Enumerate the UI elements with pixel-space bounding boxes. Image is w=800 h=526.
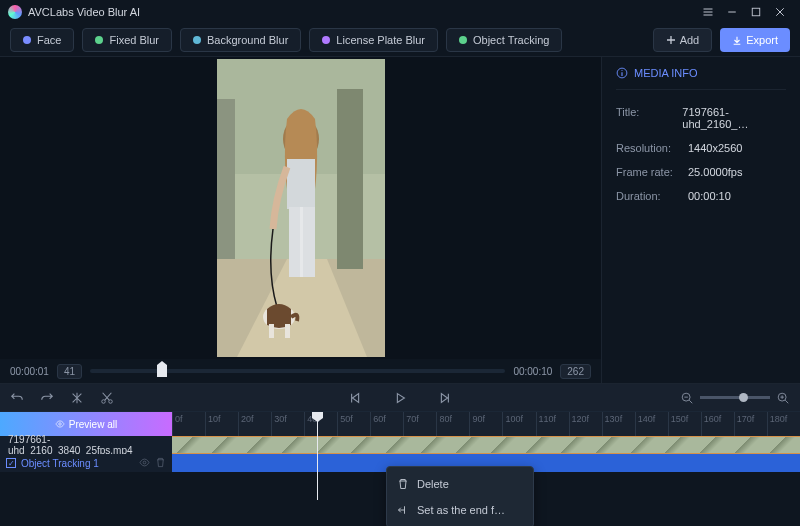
mode-face-label: Face xyxy=(37,34,61,46)
timeline-clip-track[interactable] xyxy=(172,436,800,454)
current-time: 00:00:01 xyxy=(10,366,49,377)
svg-rect-4 xyxy=(337,89,363,269)
mode-background-blur[interactable]: Background Blur xyxy=(180,28,301,52)
svg-rect-7 xyxy=(287,159,315,209)
export-button[interactable]: Export xyxy=(720,28,790,52)
track-visibility-icon[interactable] xyxy=(139,457,150,470)
mode-plate-label: License Plate Blur xyxy=(336,34,425,46)
mode-fixed-blur[interactable]: Fixed Blur xyxy=(82,28,172,52)
zoom-slider[interactable] xyxy=(700,396,770,399)
context-set-end[interactable]: Set as the end f… xyxy=(387,497,533,523)
preview-all-button[interactable]: Preview all xyxy=(0,412,172,436)
preview-all-label: Preview all xyxy=(69,419,117,430)
maximize-icon[interactable] xyxy=(744,2,768,22)
minimize-icon[interactable] xyxy=(720,2,744,22)
svg-rect-10 xyxy=(303,207,315,277)
close-icon[interactable] xyxy=(768,2,792,22)
add-label: Add xyxy=(680,34,700,46)
svg-point-15 xyxy=(102,399,106,403)
app-title: AVCLabs Video Blur AI xyxy=(28,6,140,18)
context-menu: Delete Set as the end f… xyxy=(386,466,534,526)
context-set-end-label: Set as the end f… xyxy=(417,504,505,516)
media-dur-label: Duration: xyxy=(616,190,688,202)
track-checkbox[interactable] xyxy=(6,458,16,468)
video-preview xyxy=(217,59,385,357)
zoom-in-button[interactable] xyxy=(776,391,790,405)
preview-scrubber[interactable] xyxy=(90,369,505,373)
zoom-out-button[interactable] xyxy=(680,391,694,405)
export-label: Export xyxy=(746,34,778,46)
track-clip-name[interactable]: 7197661-uhd_2160_3840_25fps.mp4 xyxy=(0,436,172,454)
media-info-panel: MEDIA INFO Title:7197661-uhd_2160_… Reso… xyxy=(602,57,800,383)
end-frame: 262 xyxy=(560,364,591,379)
track-label: Object Tracking 1 xyxy=(21,458,99,469)
menu-icon[interactable] xyxy=(696,2,720,22)
svg-point-20 xyxy=(143,461,146,464)
media-title-label: Title: xyxy=(616,106,682,130)
track-object-tracking[interactable]: Object Tracking 1 xyxy=(0,454,172,472)
svg-point-16 xyxy=(109,399,113,403)
play-button[interactable] xyxy=(393,391,407,405)
media-res-value: 1440x2560 xyxy=(688,142,742,154)
media-info-heading: MEDIA INFO xyxy=(616,67,786,90)
svg-rect-13 xyxy=(285,324,290,338)
media-res-label: Resolution: xyxy=(616,142,688,154)
playhead[interactable] xyxy=(317,412,318,500)
mode-license-plate-blur[interactable]: License Plate Blur xyxy=(309,28,438,52)
mode-object-tracking[interactable]: Object Tracking xyxy=(446,28,562,52)
svg-rect-12 xyxy=(269,324,274,338)
context-delete[interactable]: Delete xyxy=(387,471,533,497)
split-button[interactable] xyxy=(70,391,84,405)
svg-rect-9 xyxy=(289,207,300,277)
redo-button[interactable] xyxy=(40,391,54,405)
undo-button[interactable] xyxy=(10,391,24,405)
scrubber-handle[interactable] xyxy=(157,365,167,377)
prev-frame-button[interactable] xyxy=(349,391,363,405)
media-title-value: 7197661-uhd_2160_… xyxy=(682,106,786,130)
mode-obj-label: Object Tracking xyxy=(473,34,549,46)
mode-face[interactable]: Face xyxy=(10,28,74,52)
mode-fixed-label: Fixed Blur xyxy=(109,34,159,46)
media-fps-value: 25.0000fps xyxy=(688,166,742,178)
media-dur-value: 00:00:10 xyxy=(688,190,731,202)
context-delete-label: Delete xyxy=(417,478,449,490)
svg-rect-5 xyxy=(217,99,235,259)
svg-rect-0 xyxy=(752,8,760,16)
timeline-ruler[interactable]: 0f10f20f30f40f50f60f70f80f90f100f110f120… xyxy=(172,412,800,436)
mode-bg-label: Background Blur xyxy=(207,34,288,46)
cut-button[interactable] xyxy=(100,391,114,405)
track-delete-icon[interactable] xyxy=(155,457,166,470)
app-logo xyxy=(8,5,22,19)
media-fps-label: Frame rate: xyxy=(616,166,688,178)
zoom-handle[interactable] xyxy=(739,393,748,402)
svg-point-19 xyxy=(59,423,62,426)
next-frame-button[interactable] xyxy=(437,391,451,405)
end-time: 00:00:10 xyxy=(513,366,552,377)
add-button[interactable]: Add xyxy=(653,28,713,52)
current-frame: 41 xyxy=(57,364,82,379)
